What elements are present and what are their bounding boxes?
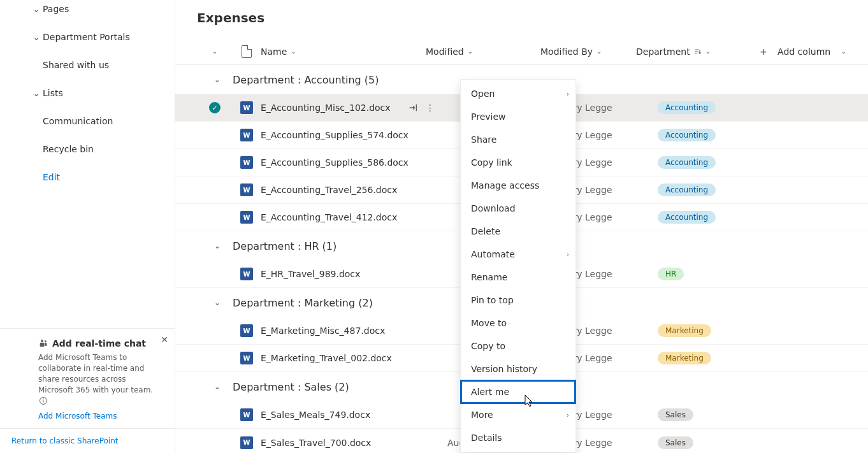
- dept-badge: Accounting: [658, 211, 716, 224]
- menu-details[interactable]: Details: [461, 426, 575, 449]
- chevron-down-icon: ⌄: [30, 32, 43, 42]
- nav-shared-with-us[interactable]: Shared with us: [30, 51, 175, 79]
- word-icon: [240, 352, 253, 364]
- classic-link[interactable]: Return to classic SharePoint: [0, 428, 175, 453]
- nav-communication[interactable]: Communication: [30, 107, 175, 135]
- file-name[interactable]: E_Accounting_Supplies_586.docx: [261, 157, 409, 168]
- menu-move-to[interactable]: Move to: [461, 312, 575, 334]
- plus-icon: +: [760, 47, 767, 57]
- info-icon[interactable]: i: [40, 397, 47, 405]
- word-icon: [240, 408, 253, 421]
- modified-by[interactable]: enry Legge: [562, 269, 658, 279]
- promo-link[interactable]: Add Microsoft Teams: [38, 411, 117, 422]
- word-icon: [240, 101, 253, 114]
- menu-copy-to[interactable]: Copy to: [461, 334, 575, 357]
- modified-by[interactable]: enry Legge: [562, 130, 658, 140]
- sort-icon: [694, 48, 702, 55]
- menu-copy-link[interactable]: Copy link: [461, 151, 575, 174]
- word-icon: [240, 183, 253, 196]
- menu-pin-to-top[interactable]: Pin to top: [461, 289, 575, 312]
- col-add[interactable]: + Add column ⌄: [744, 47, 846, 57]
- dept-badge: Accounting: [658, 156, 716, 169]
- menu-automate[interactable]: Automate›: [461, 243, 575, 266]
- file-name[interactable]: E_Accounting_Misc_102.docx: [261, 103, 391, 113]
- menu-version-history[interactable]: Version history: [461, 357, 575, 380]
- more-icon[interactable]: ⋮: [426, 103, 435, 113]
- promo-title-text: Add real-time chat: [52, 338, 146, 350]
- chevron-down-icon: ⌄: [211, 241, 224, 250]
- chevron-down-icon: ⌄: [30, 88, 43, 98]
- col-label: Modified By: [540, 47, 593, 57]
- col-modified[interactable]: Modified⌄: [426, 47, 540, 57]
- nav-lists[interactable]: ⌄ Lists: [30, 79, 175, 107]
- dept-badge: Accounting: [658, 129, 716, 141]
- col-department[interactable]: Department ⌄: [636, 47, 744, 57]
- menu-preview[interactable]: Preview: [461, 105, 575, 128]
- file-name[interactable]: E_Accounting_Supplies_574.docx: [261, 130, 409, 140]
- col-type[interactable]: [233, 45, 261, 58]
- dept-badge: Sales: [658, 436, 693, 449]
- chevron-down-icon: ⌄: [841, 48, 846, 55]
- file-name[interactable]: E_Marketing_Travel_002.docx: [261, 353, 392, 363]
- modified-by[interactable]: enry Legge: [562, 185, 658, 195]
- chevron-down-icon: ⌄: [705, 48, 711, 55]
- nav-pages[interactable]: ⌄ Pages: [30, 0, 175, 23]
- file-name[interactable]: E_Marketing_Misc_487.docx: [261, 326, 385, 336]
- file-name[interactable]: E_Sales_Travel_700.docx: [261, 438, 371, 448]
- chevron-down-icon: ⌄: [597, 48, 602, 55]
- nav-label: Lists: [43, 88, 63, 98]
- chevron-down-icon: ⌄: [211, 75, 224, 84]
- nav-recycle-bin[interactable]: Recycle bin: [30, 135, 175, 163]
- dept-badge: HR: [658, 268, 684, 280]
- col-select[interactable]: ⌄: [197, 48, 233, 55]
- nav-label: Shared with us: [43, 60, 109, 70]
- file-name[interactable]: E_Accounting_Travel_256.docx: [261, 185, 397, 195]
- nav-label: Recycle bin: [43, 144, 94, 154]
- modified-by[interactable]: enry Legge: [562, 353, 658, 363]
- menu-alert-me[interactable]: Alert me: [461, 380, 575, 403]
- dept-badge: Accounting: [658, 101, 716, 114]
- dept-badge: Marketing: [658, 324, 711, 337]
- checkmark-icon[interactable]: ✓: [209, 102, 221, 113]
- menu-manage-access[interactable]: Manage access: [461, 174, 575, 197]
- nav-label: Department Portals: [43, 32, 130, 42]
- modified-by[interactable]: enry Legge: [562, 157, 658, 168]
- close-icon[interactable]: ✕: [161, 334, 168, 347]
- nav-label: Pages: [43, 4, 69, 14]
- svg-rect-3: [45, 343, 47, 346]
- modified-by[interactable]: enry Legge: [562, 438, 658, 448]
- menu-download[interactable]: Download: [461, 197, 575, 220]
- file-name[interactable]: E_Accounting_Travel_412.docx: [261, 212, 397, 222]
- col-modified-by[interactable]: Modified By⌄: [540, 47, 636, 57]
- chevron-down-icon: ⌄: [211, 298, 224, 307]
- chevron-down-icon: ⌄: [291, 48, 296, 55]
- menu-delete[interactable]: Delete: [461, 220, 575, 243]
- promo-panel: ✕ Add real-time chat Add Microsoft Teams…: [0, 328, 175, 428]
- col-label: Name: [261, 47, 287, 57]
- word-icon: [240, 211, 253, 224]
- chevron-down-icon: ⌄: [212, 48, 217, 55]
- share-icon[interactable]: [408, 103, 418, 113]
- modified-by[interactable]: enry Legge: [562, 103, 658, 113]
- dept-badge: Accounting: [658, 183, 716, 196]
- file-name[interactable]: E_HR_Travel_989.docx: [261, 269, 360, 279]
- file-name[interactable]: E_Sales_Meals_749.docx: [261, 410, 370, 420]
- group-title: Department : Sales (2): [233, 381, 349, 393]
- col-name[interactable]: Name⌄: [261, 47, 426, 57]
- col-label: Modified: [426, 47, 464, 57]
- menu-more[interactable]: More›: [461, 403, 575, 426]
- menu-share[interactable]: Share: [461, 128, 575, 151]
- menu-rename[interactable]: Rename: [461, 266, 575, 289]
- modified-by[interactable]: enry Legge: [562, 410, 658, 420]
- nav-department-portals[interactable]: ⌄ Department Portals: [30, 23, 175, 51]
- chevron-down-icon: ⌄: [30, 4, 43, 14]
- svg-point-1: [45, 341, 47, 343]
- table-header: ⌄ Name⌄ Modified⌄ Modified By⌄ Departmen…: [175, 38, 868, 65]
- modified-by[interactable]: enry Legge: [562, 212, 658, 222]
- nav-edit[interactable]: Edit: [30, 163, 175, 191]
- word-icon: [240, 156, 253, 169]
- modified-by[interactable]: enry Legge: [562, 326, 658, 336]
- group-title: Department : HR (1): [233, 240, 336, 252]
- menu-open[interactable]: Open›: [461, 82, 575, 105]
- chevron-right-icon: ›: [567, 251, 569, 258]
